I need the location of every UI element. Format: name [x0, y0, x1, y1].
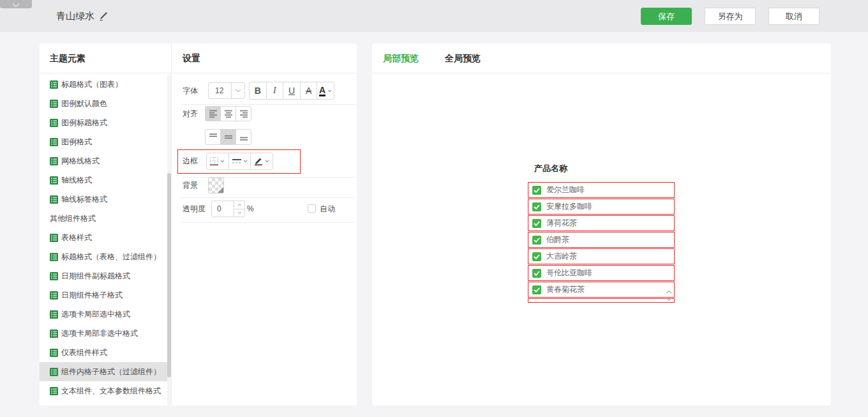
italic-button[interactable]: I: [266, 82, 283, 99]
scroll-down-icon[interactable]: [666, 298, 672, 301]
valign-middle-button[interactable]: [220, 130, 236, 144]
checked-checkbox-icon[interactable]: [532, 202, 541, 211]
filter-preview-list: 爱尔兰咖啡 安摩拉多咖啡 薄荷花茶: [528, 182, 675, 303]
sidebar-item[interactable]: 组件内格子格式（过滤组件）: [40, 362, 167, 381]
preview-tab[interactable]: 局部预览: [383, 43, 419, 73]
sidebar-item[interactable]: 文本组件、文本参数组件格式: [40, 381, 167, 400]
border-label: 边框: [183, 153, 198, 170]
background-color-swatch[interactable]: [208, 178, 224, 193]
sidebar-item-label: 图例格式: [61, 137, 92, 148]
border-style-picker[interactable]: [228, 153, 251, 169]
sidebar-item[interactable]: 轴线格式: [40, 171, 167, 190]
filter-list-item[interactable]: 伯爵茶: [528, 232, 675, 248]
list-style-icon: [50, 138, 58, 146]
sidebar-scrollbar-thumb[interactable]: [167, 173, 171, 377]
sidebar-item-label: 文本组件、文本参数组件格式: [61, 386, 161, 397]
filter-list-item[interactable]: 黄春菊花茶: [528, 282, 675, 298]
sidebar-item[interactable]: 图例标题格式: [40, 113, 167, 132]
editor-card: 主题元素 标题格式（图表）: [40, 43, 357, 406]
underline-button[interactable]: U: [283, 82, 300, 99]
save-as-button[interactable]: 另存为: [705, 8, 756, 25]
sidebar-item[interactable]: 选项卡局部非选中格式: [40, 324, 167, 343]
list-style-icon: [50, 368, 58, 376]
auto-checkbox[interactable]: [308, 204, 316, 213]
theme-elements-title: 主题元素: [40, 43, 171, 73]
list-style-icon: [50, 349, 58, 357]
sidebar-item-label: 标题格式（表格、过滤组件）: [61, 252, 161, 262]
checked-checkbox-icon[interactable]: [532, 236, 541, 245]
spinner-down-icon[interactable]: [234, 209, 244, 217]
pen-color-icon: [254, 157, 263, 165]
edit-title-icon[interactable]: [98, 11, 108, 24]
checked-checkbox-icon[interactable]: [532, 186, 541, 195]
chevron-down-icon: [231, 83, 244, 98]
filter-item-label: 大吉岭茶: [546, 251, 577, 262]
align-right-button[interactable]: [236, 107, 251, 121]
sidebar-item[interactable]: 轴线标签格式: [40, 190, 167, 209]
list-style-icon: [50, 272, 58, 280]
text-format-toolbar: B I U A A: [249, 82, 334, 100]
cancel-button[interactable]: 取消: [768, 8, 819, 25]
preview-tabs: 局部预览 全局预览: [372, 43, 831, 73]
filter-list-item[interactable]: 爱尔兰咖啡: [528, 182, 675, 198]
filter-list-item[interactable]: 大吉岭茶: [528, 248, 675, 264]
sidebar-item[interactable]: 网格线格式: [40, 151, 167, 171]
sidebar-scrollbar-track[interactable]: [167, 75, 171, 406]
sidebar-item[interactable]: 标题格式（图表）: [40, 75, 167, 94]
sidebar-item[interactable]: 其他组件格式: [40, 209, 167, 228]
filter-item-label: 安摩拉多咖啡: [546, 201, 592, 212]
horizontal-align-group: [205, 106, 251, 121]
font-size-select[interactable]: 12: [208, 82, 245, 99]
theme-title: 青山绿水: [56, 0, 94, 32]
checked-checkbox-icon[interactable]: [532, 252, 541, 261]
sidebar-item-label: 选项卡局部非选中格式: [61, 328, 138, 339]
filter-list-item[interactable]: 薄荷花茶: [528, 215, 675, 231]
divider: [181, 177, 355, 178]
sidebar-item-label: 组件内格子格式（过滤组件）: [61, 367, 161, 377]
sidebar-item[interactable]: 选项卡局部选中格式: [40, 305, 167, 324]
chevron-down-icon: [265, 160, 269, 163]
preview-tab[interactable]: 全局预览: [445, 43, 481, 73]
filter-list-item[interactable]: 哥伦比亚咖啡: [528, 265, 675, 281]
settings-panel: 设置 字体 12 B I U A A 对齐: [172, 43, 357, 406]
checked-checkbox-icon[interactable]: [532, 219, 541, 228]
chevron-down-icon: [327, 89, 332, 93]
border-color-picker[interactable]: [250, 153, 273, 169]
bold-button[interactable]: B: [250, 82, 266, 99]
checked-checkbox-icon[interactable]: [532, 269, 541, 278]
collapse-panel-tab[interactable]: [0, 0, 32, 8]
chevron-down-icon: [243, 160, 248, 163]
theme-elements-panel: 主题元素 标题格式（图表）: [40, 43, 172, 406]
opacity-spinner: [234, 201, 244, 216]
align-left-button[interactable]: [206, 107, 220, 121]
strikethrough-button[interactable]: A: [300, 82, 317, 99]
font-color-button[interactable]: A: [317, 82, 334, 99]
sidebar-item-label: 日期组件格子格式: [61, 290, 123, 301]
scroll-up-icon[interactable]: [666, 290, 672, 294]
valign-top-button[interactable]: [206, 130, 220, 144]
sidebar-item[interactable]: 标题格式（表格、过滤组件）: [40, 247, 167, 266]
valign-bottom-button[interactable]: [236, 130, 251, 144]
sidebar-item[interactable]: 图例默认颜色: [40, 94, 167, 113]
sidebar-item[interactable]: 日期组件格子格式: [40, 285, 167, 305]
sidebar-item-label: 仪表组件样式: [61, 347, 107, 358]
font-size-value: 12: [209, 83, 231, 98]
sidebar-item[interactable]: 图例格式: [40, 132, 167, 151]
filter-list-item[interactable]: 安摩拉多咖啡: [528, 199, 675, 215]
sidebar-item[interactable]: 表格样式: [40, 228, 167, 247]
spinner-up-icon[interactable]: [234, 201, 244, 209]
opacity-input[interactable]: [212, 201, 234, 216]
font-label: 字体: [183, 82, 198, 99]
sidebar-item[interactable]: 仪表组件样式: [40, 343, 167, 362]
list-style-icon: [50, 100, 58, 108]
opacity-input-group: [211, 201, 245, 217]
list-style-icon: [50, 291, 58, 299]
sidebar-item-label: 网格线格式: [61, 156, 100, 167]
border-position-picker[interactable]: [207, 153, 228, 169]
sidebar-item-label: 表格样式: [61, 232, 92, 243]
save-button[interactable]: 保存: [641, 8, 692, 25]
sidebar-item[interactable]: 日期组件副标题格式: [40, 266, 167, 285]
checked-checkbox-icon[interactable]: [532, 285, 541, 294]
border-toolbar: [206, 153, 273, 170]
align-center-button[interactable]: [220, 107, 236, 121]
